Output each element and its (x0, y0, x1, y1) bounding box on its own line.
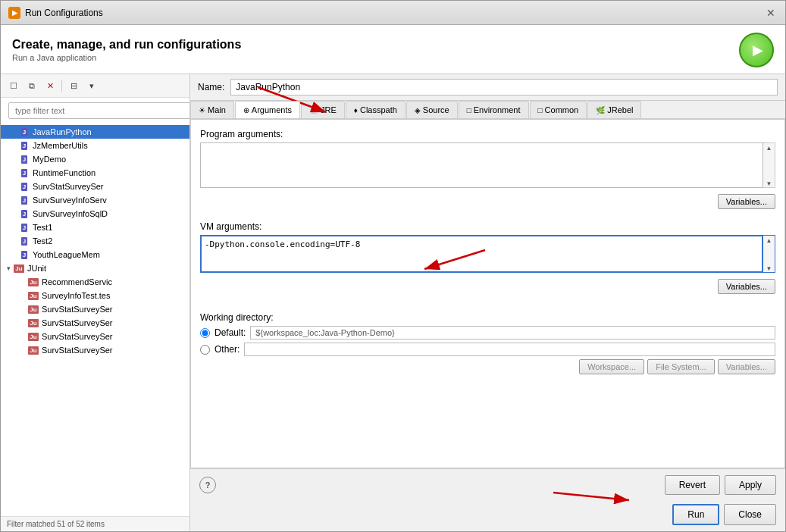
classpath-icon: ♦ (354, 106, 358, 114)
group-label: JUnit (27, 264, 46, 273)
close-button[interactable]: Close (724, 504, 776, 525)
tab-jre[interactable]: ☕ JRE (301, 101, 345, 118)
vm-args-scrollbar-up[interactable]: ▲ (766, 237, 772, 244)
dir-buttons: Workspace... File System... Variables... (200, 359, 775, 374)
run-circle-button[interactable] (739, 33, 774, 67)
other-radio[interactable] (200, 345, 210, 355)
tree-item-SurvStatSurveySer5[interactable]: Ju SurvStatSurveySer (1, 343, 189, 357)
filter-input[interactable] (8, 102, 190, 119)
program-args-textarea[interactable] (200, 142, 763, 188)
collapse-button[interactable]: ⊟ (65, 77, 82, 94)
copy-config-button[interactable]: ⧉ (23, 77, 40, 94)
ju-icon: Ju (28, 346, 38, 355)
tree-item-Test2[interactable]: J Test2 (1, 234, 189, 248)
default-path-input[interactable] (250, 326, 775, 340)
title-bar: ▶ Run Configurations ✕ (1, 1, 785, 25)
tab-label: Source (423, 105, 449, 114)
common-icon: □ (538, 106, 543, 114)
j-icon: J (21, 155, 27, 164)
tree-item-label: JzMemberUtils (33, 141, 88, 150)
default-radio-row: Default: (200, 326, 775, 340)
tree-toolbar: ☐ ⧉ ✕ ⊟ ▾ (1, 74, 189, 98)
jre-icon: ☕ (309, 106, 318, 114)
j-icon: J (21, 251, 27, 259)
tree-item-JzMemberUtils[interactable]: J JzMemberUtils (1, 139, 189, 152)
other-path-input[interactable] (244, 343, 775, 356)
program-args-scrollbar-down[interactable]: ▼ (766, 180, 772, 187)
tab-label: JRebel (607, 105, 633, 114)
program-args-variables-button[interactable]: Variables... (718, 194, 775, 209)
tab-label: Main (208, 105, 226, 114)
dialog-title: Run Configurations (25, 8, 103, 18)
more-button[interactable]: ▾ (83, 77, 100, 94)
page-subtitle: Run a Java application (12, 53, 241, 62)
filesystem-button[interactable]: File System... (647, 359, 715, 374)
tree-item-JavaRunPython[interactable]: J JavaRunPython (1, 125, 189, 139)
tree-item-MyDemo[interactable]: J MyDemo (1, 152, 189, 166)
tab-classpath[interactable]: ♦ Classpath (346, 101, 406, 118)
tree-item-RuntimeFunction[interactable]: J RuntimeFunction (1, 166, 189, 180)
tree-item-label: JavaRunPython (33, 127, 92, 136)
tree-item-label: SurveyInfoTest.tes (42, 291, 111, 300)
tree-item-SurvStatSurveySer[interactable]: J SurvStatSurveySer (1, 180, 189, 193)
program-args-scrollbar-up[interactable]: ▲ (766, 145, 772, 152)
delete-config-button[interactable]: ✕ (42, 77, 58, 94)
app-icon: ▶ (8, 7, 20, 19)
tab-main[interactable]: ☀ Main (190, 101, 234, 118)
apply-button[interactable]: Apply (725, 475, 776, 495)
tab-arguments[interactable]: ⊕ Arguments (235, 101, 300, 119)
tab-label: Environment (474, 105, 521, 114)
tab-jrebel[interactable]: 🌿 JRebel (587, 101, 641, 118)
variables-dir-button[interactable]: Variables... (718, 359, 775, 374)
close-dialog-button[interactable]: ✕ (764, 6, 778, 20)
tree-item-label: SurvSurveyInfoSqlD (33, 209, 108, 218)
tab-content-arguments: Program arguments: ▲ ▼ Variables... (190, 119, 785, 468)
j-icon: J (21, 128, 27, 136)
tree-item-SurveyInfoTest[interactable]: Ju SurveyInfoTest.tes (1, 289, 189, 302)
workspace-button[interactable]: Workspace... (579, 359, 644, 374)
bottom-bar: ? Revert Apply (190, 468, 785, 501)
expand-icon: ▾ (7, 264, 11, 272)
tree-item-SurvStatSurveySer4[interactable]: Ju SurvStatSurveySer (1, 330, 189, 343)
revert-button[interactable]: Revert (665, 475, 720, 495)
tree-item-Test1[interactable]: J Test1 (1, 221, 189, 234)
vm-args-section: VM arguments: -Dpython.console.encoding=… (200, 221, 775, 294)
vm-args-label: VM arguments: (200, 221, 775, 232)
tree-item-SurvSurveyInfoSqlD[interactable]: J SurvSurveyInfoSqlD (1, 207, 189, 221)
ju-icon: Ju (28, 333, 38, 341)
tree-item-label: SurvStatSurveySer (42, 346, 113, 355)
tree-item-SurvStatSurveySer3[interactable]: Ju SurvStatSurveySer (1, 316, 189, 330)
program-args-label: Program arguments: (200, 129, 775, 139)
working-dir-label: Working directory: (200, 312, 775, 323)
left-panel: ☐ ⧉ ✕ ⊟ ▾ J JavaRunPython (1, 74, 190, 531)
filter-status: Filter matched 51 of 52 items (1, 516, 189, 531)
vm-args-variables-button[interactable]: Variables... (718, 279, 775, 294)
tree-item-label: SurvSurveyInfoServ (33, 196, 107, 205)
j-icon: J (21, 237, 27, 246)
vm-args-scrollbar-down[interactable]: ▼ (766, 265, 772, 272)
tab-label: Arguments (252, 105, 292, 114)
config-name-input[interactable] (230, 79, 778, 95)
tree-item-label: SurvStatSurveySer (42, 332, 113, 341)
vm-args-textarea[interactable]: -Dpython.console.encoding=UTF-8 (200, 235, 763, 273)
program-args-section: Program arguments: ▲ ▼ Variables... (200, 129, 775, 209)
tree-item-SurvSurveyInfoServ[interactable]: J SurvSurveyInfoServ (1, 193, 189, 207)
ju-icon: Ju (28, 319, 38, 327)
run-close-row: Run Close (190, 501, 785, 531)
tab-environment[interactable]: □ Environment (459, 101, 529, 118)
run-button[interactable]: Run (672, 504, 719, 525)
default-radio[interactable] (200, 328, 210, 338)
config-tree: J JavaRunPython J JzMemberUtils J MyDemo… (1, 124, 189, 516)
tab-label: Common (545, 105, 579, 114)
tab-common[interactable]: □ Common (530, 101, 587, 118)
tree-item-SurvStatSurveySer2[interactable]: Ju SurvStatSurveySer (1, 302, 189, 316)
tree-item-YouthLeagueMem[interactable]: J YouthLeagueMem (1, 248, 189, 261)
environment-icon: □ (467, 106, 471, 114)
tree-item-RecommendServic[interactable]: Ju RecommendServic (1, 275, 189, 289)
j-icon: J (21, 224, 27, 232)
help-button[interactable]: ? (199, 477, 216, 493)
new-config-button[interactable]: ☐ (5, 77, 22, 94)
page-title: Create, manage, and run configurations (12, 38, 241, 52)
tree-group-junit[interactable]: ▾ Ju JUnit (1, 261, 189, 275)
tab-source[interactable]: ◈ Source (406, 101, 458, 118)
